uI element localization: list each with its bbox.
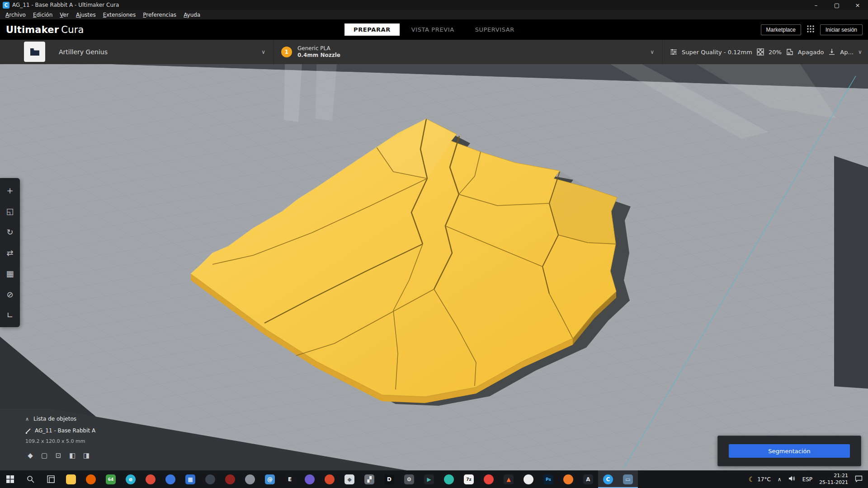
taskbar-app-64[interactable]: 64 (101, 470, 121, 488)
taskbar-compass-browser[interactable] (160, 470, 180, 488)
speaker-icon (788, 475, 796, 482)
notification-center-button[interactable] (855, 475, 863, 483)
app-64-icon: 64 (106, 474, 116, 484)
menu-ayuda[interactable]: Ayuda (180, 11, 204, 19)
taskbar-davinci[interactable]: D (379, 470, 399, 488)
taskbar-remote-display[interactable]: ▭ (618, 470, 638, 488)
3d-viewport[interactable]: +◱↻⇄▦⊘∟ ∧ Lista de objetos AG_11 - Base … (0, 64, 868, 470)
chevron-down-icon: ∨ (858, 49, 862, 55)
pencil-icon (25, 428, 31, 434)
taskbar-app-white[interactable] (519, 470, 538, 488)
rotate-tool[interactable]: ↻ (0, 221, 20, 242)
app-logo: UltimakerCura (6, 24, 84, 35)
sliders-icon (670, 48, 677, 56)
menu-ver[interactable]: Ver (56, 11, 72, 19)
tool-strip: +◱↻⇄▦⊘∟ (0, 178, 20, 327)
profile-value: Super Quality - 0.12mm (682, 49, 752, 56)
race-app-icon: ▞ (364, 474, 374, 484)
tray-time: 21:21 (819, 473, 848, 479)
taskbar-flame-app[interactable]: ▲ (499, 470, 519, 488)
taskbar-app-dark-a[interactable]: A (578, 470, 598, 488)
applications-grid-icon[interactable] (807, 25, 815, 35)
taskbar-mail-app[interactable]: @ (260, 470, 280, 488)
app-teal-icon (444, 474, 454, 484)
sign-in-button[interactable]: Iniciar sesión (820, 24, 863, 35)
davinci-icon: D (384, 474, 394, 484)
maximize-button[interactable]: ▢ (826, 0, 847, 10)
taskbar-edge-browser[interactable]: e (121, 470, 141, 488)
per-model-settings-tool[interactable]: ▦ (0, 263, 20, 284)
compass-browser-icon (165, 474, 175, 484)
scale-tool[interactable]: ◱ (0, 201, 20, 221)
material-selector[interactable]: 1 Generic PLA 0.4mm Nozzle ∨ (274, 40, 662, 64)
taskbar-seven-zip[interactable]: 7z (459, 470, 479, 488)
taskbar-chrome[interactable] (479, 470, 499, 488)
menu-preferencias[interactable]: Preferencias (139, 11, 180, 19)
menu-extensiones[interactable]: Extensiones (99, 11, 140, 19)
menu-archivo[interactable]: Archivo (2, 11, 29, 19)
object-dimensions: 109.2 x 120.0 x 5.0 mm (25, 438, 95, 444)
taskbar-app-gray[interactable] (240, 470, 260, 488)
cura-app-icon: C (603, 474, 613, 484)
taskbar-app-teal[interactable] (439, 470, 459, 488)
open-file-button[interactable] (24, 42, 45, 62)
view-front-icon[interactable]: ▢ (39, 450, 49, 460)
taskbar-gog-galaxy[interactable]: ◆ (340, 470, 359, 488)
tab-supervisar[interactable]: SUPERVISAR (466, 23, 524, 36)
measure-tool[interactable]: ∟ (0, 305, 20, 325)
marketplace-button[interactable]: Marketplace (761, 24, 801, 35)
view-3d-icon[interactable]: ◆ (25, 450, 35, 460)
chrome-icon (484, 474, 494, 484)
taskbar-browser-colored[interactable] (141, 470, 160, 488)
volume-button[interactable] (788, 475, 796, 483)
taskbar-media-orange[interactable] (81, 470, 101, 488)
tab-preparar[interactable]: PREPARAR (344, 23, 400, 36)
taskbar-epic-games[interactable]: E (280, 470, 300, 488)
taskbar-settings-gear[interactable]: ⚙ (399, 470, 419, 488)
app-dark-a-icon: A (583, 474, 593, 484)
app-white-icon (524, 474, 533, 484)
hidden-icons-chevron[interactable]: ∧ (778, 476, 782, 483)
taskbar-file-explorer[interactable] (61, 470, 81, 488)
view-right-icon[interactable]: ◨ (81, 450, 91, 460)
taskbar-play-app[interactable]: ▶ (419, 470, 439, 488)
print-settings-selector[interactable]: Super Quality - 0.12mm 20% Apagado Ap... (662, 40, 868, 64)
printer-name: Artillery Genius (59, 48, 108, 56)
moon-icon: ☾ (749, 475, 755, 483)
move-tool[interactable]: + (0, 180, 20, 201)
taskbar-cura-app[interactable]: C (598, 470, 618, 488)
taskbar-app-orange-ball[interactable] (558, 470, 578, 488)
taskbar-discord[interactable] (300, 470, 320, 488)
task-view-button[interactable] (41, 470, 61, 488)
view-top-icon[interactable]: ⊡ (53, 450, 63, 460)
mirror-tool[interactable]: ⇄ (0, 242, 20, 263)
taskbar-app-ember[interactable] (320, 470, 340, 488)
taskbar-photoshop[interactable]: Ps (538, 470, 558, 488)
notification-icon (855, 475, 863, 482)
tab-vista-previa[interactable]: VISTA PREVIA (402, 23, 463, 36)
play-app-icon: ▶ (424, 474, 434, 484)
search-button[interactable] (20, 470, 41, 488)
support-blocker-tool[interactable]: ⊘ (0, 284, 20, 305)
object-list-item[interactable]: AG_11 - Base Rabbit A (25, 427, 95, 434)
taskbar-race-app[interactable]: ▞ (359, 470, 379, 488)
view-left-icon[interactable]: ◧ (67, 450, 77, 460)
clock[interactable]: 21:21 25-11-2021 (819, 473, 848, 486)
minimize-button[interactable]: – (806, 0, 826, 10)
taskbar-steam[interactable] (200, 470, 220, 488)
slice-button[interactable]: Segmentación (729, 444, 850, 458)
taskbar-spreadsheet[interactable]: ▦ (180, 470, 200, 488)
object-list-header[interactable]: ∧ Lista de objetos (25, 416, 95, 422)
folder-icon (30, 48, 40, 56)
taskbar-game-red[interactable] (220, 470, 240, 488)
start-button[interactable] (0, 470, 20, 488)
chevron-down-icon: ∨ (650, 49, 654, 55)
printer-selector[interactable]: Artillery Genius ∨ (45, 40, 274, 64)
epic-games-icon: E (285, 474, 295, 484)
window-title: AG_11 - Base Rabbit A - Ultimaker Cura (12, 2, 119, 8)
menu-edición[interactable]: Edición (29, 11, 56, 19)
language-indicator[interactable]: ESP (802, 476, 812, 483)
weather-widget[interactable]: ☾ 17°C (749, 475, 771, 483)
menu-ajustes[interactable]: Ajustes (72, 11, 99, 19)
close-button[interactable]: × (847, 0, 868, 10)
